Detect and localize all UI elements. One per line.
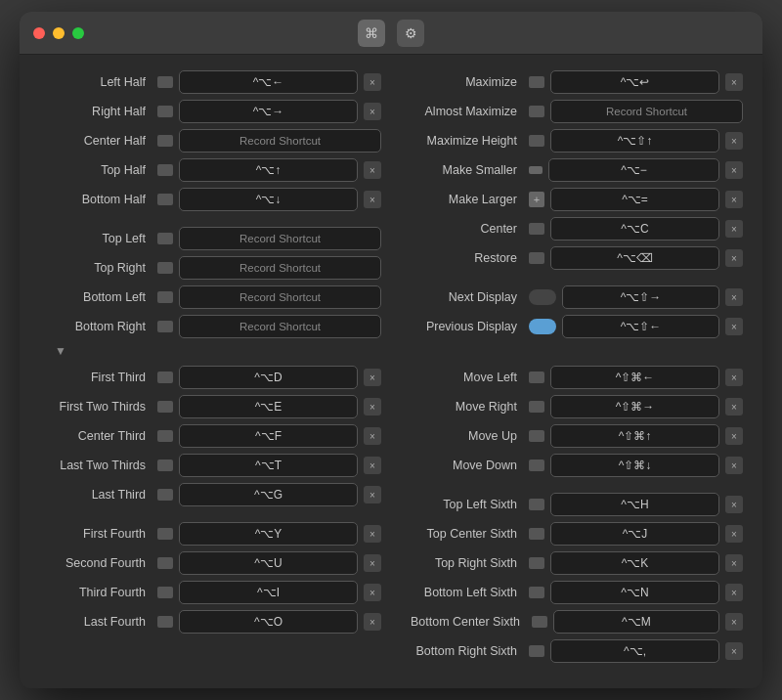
label-bottom-right-sixth: Bottom Right Sixth bbox=[411, 644, 523, 658]
icon-right-half bbox=[157, 106, 173, 117]
clear-bottom-center-sixth[interactable]: × bbox=[725, 613, 743, 631]
shortcut-bottom-left[interactable]: Record Shortcut bbox=[179, 285, 381, 309]
clear-top-right-sixth[interactable]: × bbox=[725, 554, 743, 572]
maximize-button[interactable] bbox=[72, 27, 84, 39]
clear-last-fourth[interactable]: × bbox=[364, 613, 381, 631]
clear-move-up[interactable]: × bbox=[725, 427, 743, 445]
shortcut-move-up[interactable]: ^⇧⌘↑ bbox=[550, 424, 719, 448]
clear-prev-display[interactable]: × bbox=[725, 318, 743, 335]
shortcut-third-fourth[interactable]: ^⌥I bbox=[179, 581, 358, 604]
row-prev-display: Previous Display ^⌥⇧← × bbox=[411, 315, 743, 338]
clear-bottom-right-sixth[interactable]: × bbox=[725, 642, 743, 660]
clear-move-down[interactable]: × bbox=[725, 457, 743, 474]
clear-next-display[interactable]: × bbox=[725, 288, 743, 306]
traffic-lights bbox=[33, 27, 84, 39]
shortcut-move-down[interactable]: ^⇧⌘↓ bbox=[550, 454, 719, 477]
row-left-half: Left Half ^⌥← × bbox=[39, 70, 381, 94]
settings-icon[interactable]: ⚙ bbox=[397, 20, 424, 47]
clear-top-left-sixth[interactable]: × bbox=[725, 496, 743, 513]
shortcut-second-fourth[interactable]: ^⌥U bbox=[179, 551, 358, 575]
shortcut-center-third[interactable]: ^⌥F bbox=[179, 424, 358, 448]
shortcut-bottom-half[interactable]: ^⌥↓ bbox=[179, 188, 358, 211]
shortcut-almost-maximize[interactable]: Record Shortcut bbox=[550, 100, 743, 123]
shortcut-last-fourth[interactable]: ^⌥O bbox=[179, 610, 358, 634]
shortcut-first-third[interactable]: ^⌥D bbox=[179, 366, 358, 389]
shortcut-bottom-right[interactable]: Record Shortcut bbox=[179, 315, 381, 338]
clear-first-two-thirds[interactable]: × bbox=[364, 398, 381, 416]
shortcut-center-half[interactable]: Record Shortcut bbox=[179, 129, 381, 153]
icon-top-left bbox=[157, 233, 173, 244]
collapse-button[interactable]: ▼ bbox=[39, 344, 743, 358]
shortcut-make-smaller[interactable]: ^⌥− bbox=[548, 158, 719, 182]
shortcut-last-third[interactable]: ^⌥G bbox=[179, 483, 358, 506]
shortcut-make-larger[interactable]: ^⌥= bbox=[550, 188, 719, 211]
shortcut-top-right-sixth[interactable]: ^⌥K bbox=[550, 551, 719, 575]
label-top-half: Top Half bbox=[39, 163, 152, 177]
clear-move-right[interactable]: × bbox=[725, 398, 743, 416]
row-make-smaller: Make Smaller ^⌥− × bbox=[411, 158, 743, 182]
clear-bottom-half[interactable]: × bbox=[364, 191, 381, 208]
clear-top-half[interactable]: × bbox=[364, 161, 381, 179]
row-top-right-sixth: Top Right Sixth ^⌥K × bbox=[411, 551, 743, 575]
clear-maximize[interactable]: × bbox=[725, 73, 743, 91]
icon-bottom-left-sixth bbox=[529, 587, 544, 598]
shortcut-top-left[interactable]: Record Shortcut bbox=[179, 227, 381, 250]
clear-center-third[interactable]: × bbox=[364, 427, 381, 445]
clear-center[interactable]: × bbox=[725, 220, 743, 238]
label-bottom-left-sixth: Bottom Left Sixth bbox=[411, 586, 523, 599]
minimize-button[interactable] bbox=[53, 27, 65, 39]
shortcut-left-half[interactable]: ^⌥← bbox=[179, 70, 358, 94]
clear-move-left[interactable]: × bbox=[725, 369, 743, 386]
clear-first-fourth[interactable]: × bbox=[364, 525, 381, 543]
clear-second-fourth[interactable]: × bbox=[364, 554, 381, 572]
row-second-fourth: Second Fourth ^⌥U × bbox=[39, 551, 381, 575]
row-maximize: Maximize ^⌥↩ × bbox=[411, 70, 743, 94]
row-restore: Restore ^⌥⌫ × bbox=[411, 246, 743, 270]
shortcut-center[interactable]: ^⌥C bbox=[550, 217, 719, 241]
row-center-half: Center Half Record Shortcut bbox=[39, 129, 381, 153]
shortcut-bottom-left-sixth[interactable]: ^⌥N bbox=[550, 581, 719, 604]
shortcut-first-fourth[interactable]: ^⌥Y bbox=[179, 522, 358, 546]
shortcut-restore[interactable]: ^⌥⌫ bbox=[550, 246, 719, 270]
clear-last-two-thirds[interactable]: × bbox=[364, 457, 381, 474]
label-bottom-right: Bottom Right bbox=[39, 320, 152, 333]
icon-left-half bbox=[157, 76, 173, 88]
clear-bottom-left-sixth[interactable]: × bbox=[725, 584, 743, 601]
label-move-up: Move Up bbox=[411, 429, 523, 443]
icon-bottom-half bbox=[157, 194, 173, 205]
row-last-fourth: Last Fourth ^⌥O × bbox=[39, 610, 381, 634]
shortcut-maximize-height[interactable]: ^⌥⇧↑ bbox=[550, 129, 719, 153]
shortcut-next-display[interactable]: ^⌥⇧→ bbox=[562, 285, 719, 309]
clear-top-center-sixth[interactable]: × bbox=[725, 525, 743, 543]
shortcut-first-two-thirds[interactable]: ^⌥E bbox=[179, 395, 358, 418]
shortcut-move-left[interactable]: ^⇧⌘← bbox=[550, 366, 719, 389]
clear-make-smaller[interactable]: × bbox=[725, 161, 743, 179]
shortcut-bottom-center-sixth[interactable]: ^⌥M bbox=[553, 610, 719, 634]
shortcut-top-right[interactable]: Record Shortcut bbox=[179, 256, 381, 280]
close-button[interactable] bbox=[33, 27, 45, 39]
shortcut-last-two-thirds[interactable]: ^⌥T bbox=[179, 454, 358, 477]
shortcut-right-half[interactable]: ^⌥→ bbox=[179, 100, 358, 123]
label-make-larger: Make Larger bbox=[411, 193, 523, 206]
label-move-down: Move Down bbox=[411, 459, 523, 472]
shortcut-move-right[interactable]: ^⇧⌘→ bbox=[550, 395, 719, 418]
shortcut-top-left-sixth[interactable]: ^⌥H bbox=[550, 493, 719, 516]
shortcut-top-half[interactable]: ^⌥↑ bbox=[179, 158, 358, 182]
clear-maximize-height[interactable]: × bbox=[725, 132, 743, 150]
label-last-fourth: Last Fourth bbox=[39, 615, 152, 629]
label-almost-maximize: Almost Maximize bbox=[411, 105, 523, 118]
clear-first-third[interactable]: × bbox=[364, 369, 381, 386]
keyboard-icon[interactable]: ⌘ bbox=[358, 20, 385, 47]
clear-third-fourth[interactable]: × bbox=[364, 584, 381, 601]
clear-last-third[interactable]: × bbox=[364, 486, 381, 503]
row-center: Center ^⌥C × bbox=[411, 217, 743, 241]
clear-right-half[interactable]: × bbox=[364, 103, 381, 120]
icon-first-third bbox=[157, 372, 173, 383]
clear-left-half[interactable]: × bbox=[364, 73, 381, 91]
shortcut-bottom-right-sixth[interactable]: ^⌥, bbox=[550, 639, 719, 663]
clear-restore[interactable]: × bbox=[725, 249, 743, 267]
clear-make-larger[interactable]: × bbox=[725, 191, 743, 208]
shortcut-maximize[interactable]: ^⌥↩ bbox=[550, 70, 719, 94]
shortcut-top-center-sixth[interactable]: ^⌥J bbox=[550, 522, 719, 546]
shortcut-prev-display[interactable]: ^⌥⇧← bbox=[562, 315, 719, 338]
